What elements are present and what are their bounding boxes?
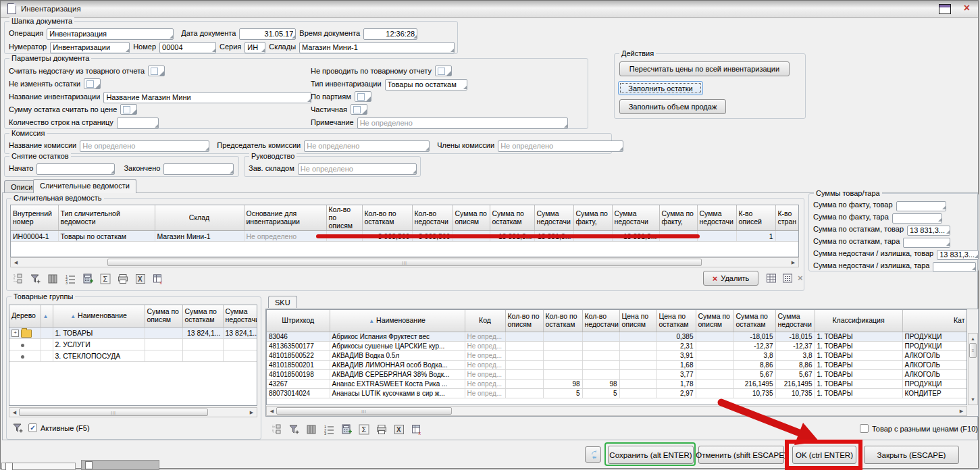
cell-name[interactable]: АКВАДИВ СЕРЕБРЯНАЯ 38% Водк... <box>330 370 465 380</box>
sum-shortage-goods-input[interactable] <box>937 250 979 260</box>
cell-price-lists[interactable] <box>619 361 656 370</box>
column-header[interactable]: Сумма по факту, <box>573 205 612 231</box>
column-settings-icon[interactable]: x <box>409 423 424 436</box>
column-header[interactable]: Сумма по остаткам <box>733 310 775 332</box>
cell-qty-lists[interactable] <box>505 361 543 370</box>
cell-qty-rest[interactable]: 3 993,569 <box>362 231 412 242</box>
cell-barcode[interactable]: 88073014024 <box>267 389 330 398</box>
scroll-right-icon[interactable]: ▶ <box>957 407 966 415</box>
cell-sum-rest[interactable]: -18,015 <box>733 332 775 342</box>
expand-node-icon[interactable]: + <box>11 330 19 337</box>
scroll-up-icon[interactable]: ▲ <box>969 334 977 343</box>
warehouse-manager-input[interactable] <box>298 163 417 175</box>
date-input[interactable] <box>239 28 296 40</box>
column-header[interactable]: Склад <box>155 205 244 231</box>
column-header[interactable]: Кат <box>902 310 967 332</box>
column-header[interactable]: Сумма недостачи <box>612 205 659 231</box>
calculator-icon[interactable] <box>80 272 95 286</box>
sku-vscrollbar[interactable]: ▲ ≡ ▼ <box>968 333 978 405</box>
cell-qty-rest[interactable] <box>543 351 582 361</box>
cell-name[interactable]: АКВАДИВ Водка 0.5л <box>330 351 465 361</box>
cancel-button[interactable]: Отменить (shift ESCAPE) <box>698 446 784 464</box>
comparison-row[interactable]: ИН00004-1 Товары по остаткам Магазин Мин… <box>11 231 799 242</box>
cell-price-rest[interactable]: 3,91 <box>656 351 696 361</box>
filter-icon[interactable] <box>286 423 301 436</box>
cell-price-lists[interactable] <box>619 370 656 380</box>
cell-sum-shortage3[interactable] <box>697 231 736 242</box>
cell-name[interactable]: Ананасы LUTIK кусочками в сир ж... <box>330 389 465 398</box>
no-report-checkbox[interactable] <box>435 66 452 76</box>
cell-sum-rest[interactable]: 13 824,1... <box>182 328 223 339</box>
cell-classification[interactable]: 1. ТОВАРЫ <box>815 370 902 380</box>
sum-rest-goods-input[interactable] <box>907 226 950 236</box>
cell-sum-shortage[interactable]: 216,1495 <box>775 380 815 389</box>
cell-price-lists[interactable] <box>619 342 656 351</box>
scroll-left-icon[interactable]: ◀ <box>11 258 20 267</box>
scroll-right-icon[interactable]: ▶ <box>789 258 798 267</box>
tree-sort-cell[interactable] <box>41 350 53 362</box>
background-window-fragment[interactable] <box>81 460 159 470</box>
sku-row[interactable]: 481018500522 АКВАДИВ Водка 0.5л Не опред… <box>267 351 967 361</box>
scroll-down-icon[interactable]: ▼ <box>969 395 977 404</box>
number-input[interactable] <box>159 42 216 53</box>
clear-icon[interactable]: × <box>798 273 803 283</box>
tree-sort-cell[interactable] <box>41 328 53 339</box>
comparison-hscrollbar[interactable]: ◀ ||| ▶ <box>10 257 799 267</box>
cell-category[interactable]: АЛКОГОЛЬ <box>902 361 967 370</box>
cell-price-lists[interactable] <box>619 332 656 342</box>
cell-sum-rest[interactable]: 13 831,3... <box>490 231 534 242</box>
scroll-thumb[interactable]: ||| <box>276 407 452 415</box>
print-icon[interactable] <box>115 272 130 286</box>
cell-sum-lists[interactable] <box>696 351 733 361</box>
cell-price-rest[interactable]: 1,68 <box>656 361 696 370</box>
time-input[interactable] <box>363 28 417 40</box>
cell-group-name[interactable]: 2. УСЛУГИ <box>53 339 145 350</box>
cell-sum-shortage[interactable]: 5,67 <box>775 370 815 380</box>
column-header[interactable]: Основание для инвентаризации <box>244 205 326 231</box>
cell-qty-lists[interactable] <box>505 351 543 361</box>
sum-icon[interactable]: Σ <box>357 423 371 436</box>
cell-sum-rest[interactable] <box>182 339 223 350</box>
diff-price-checkbox[interactable] <box>860 424 869 433</box>
cell-qty-rest[interactable] <box>543 342 582 351</box>
partial-checkbox[interactable] <box>351 104 367 115</box>
cell-sum-fact2[interactable] <box>659 231 697 242</box>
fill-rest-button[interactable]: Заполнить остатки <box>618 81 703 95</box>
export-excel-icon[interactable]: X <box>133 272 148 286</box>
cell-code[interactable]: Не опред... <box>465 389 505 398</box>
cell-internal-number[interactable]: ИН00004-1 <box>11 231 58 242</box>
cell-price-lists[interactable] <box>619 351 656 361</box>
hierarchy-icon[interactable] <box>269 423 284 436</box>
cell-sum-rest[interactable]: -12,37 <box>733 342 775 351</box>
tree-cell[interactable] <box>9 350 41 362</box>
numbering-icon[interactable]: 123 <box>321 423 336 436</box>
cell-group-name[interactable]: 1. ТОВАРЫ <box>53 328 145 339</box>
cell-category[interactable]: ПРОДУКЦИ <box>902 380 967 389</box>
cell-price-lists[interactable] <box>619 389 656 398</box>
inventory-type-input[interactable] <box>385 79 467 90</box>
recalculate-prices-button[interactable]: Пересчитать цены по всей инвентаризации <box>619 61 790 76</box>
cell-code[interactable]: Не опред... <box>465 351 505 361</box>
cell-qty-lists[interactable] <box>505 342 543 351</box>
cell-sum-shortage[interactable]: -18,015 <box>775 332 815 342</box>
operation-input[interactable] <box>47 28 174 40</box>
columns-icon[interactable] <box>304 423 319 436</box>
column-header[interactable]: Сумма недостачи <box>534 205 573 231</box>
column-header[interactable]: Цена по остаткам <box>656 310 696 332</box>
column-header[interactable]: ▲Наименование <box>330 310 465 332</box>
cell-sum-fact[interactable] <box>573 231 612 242</box>
product-groups-hscrollbar[interactable]: ◀ ||| ▶ <box>9 407 257 417</box>
column-header[interactable]: Кол-во недостачи <box>582 310 619 332</box>
tab-comparison-sheets[interactable]: Сличительные ведомости <box>33 179 136 193</box>
cell-warehouse[interactable]: Магазин Мини-1 <box>155 231 244 242</box>
cell-sum-lists[interactable] <box>145 328 182 339</box>
cell-sum-rest[interactable]: 216,1495 <box>733 380 775 389</box>
column-header[interactable]: Дерево <box>9 305 41 328</box>
cell-category[interactable]: КОНДИТЕР <box>902 389 967 398</box>
fill-sales-volume-button[interactable]: Заполнить объем продаж <box>619 99 726 114</box>
scroll-right-icon[interactable]: ▶ <box>247 408 256 417</box>
column-header[interactable]: Сумма по факту, <box>659 205 697 231</box>
cell-category[interactable]: ПРОДУКЦИ <box>902 332 967 342</box>
cell-sum-lists[interactable] <box>696 361 733 370</box>
cell-price-rest[interactable]: 2,31 <box>656 342 696 351</box>
